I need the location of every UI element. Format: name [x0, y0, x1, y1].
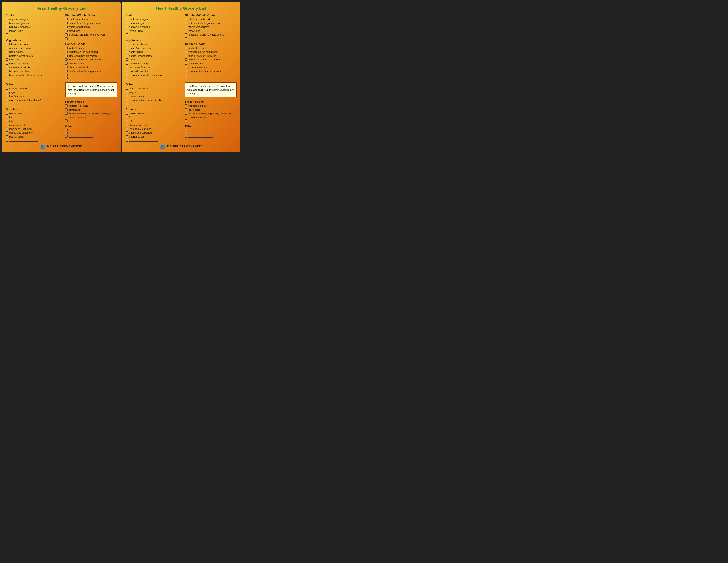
checkbox[interactable] [185, 55, 187, 57]
checkbox[interactable] [6, 139, 8, 141]
checkbox[interactable] [185, 18, 187, 20]
checkbox[interactable] [185, 135, 187, 137]
checkbox[interactable] [126, 66, 128, 68]
checkbox[interactable] [126, 99, 128, 101]
checkbox[interactable] [126, 78, 128, 80]
checkbox[interactable] [185, 77, 187, 79]
checkbox[interactable] [185, 66, 187, 68]
checkbox[interactable] [6, 26, 8, 28]
checkbox[interactable] [185, 70, 187, 72]
checkbox[interactable] [185, 47, 187, 49]
checkbox[interactable] [185, 58, 187, 61]
checkbox[interactable] [6, 74, 8, 76]
checkbox[interactable] [6, 87, 8, 90]
checkbox[interactable] [126, 87, 128, 90]
checkbox[interactable] [126, 91, 128, 93]
checkbox[interactable] [6, 112, 8, 115]
checkbox[interactable] [65, 119, 68, 122]
checkbox[interactable] [185, 26, 187, 28]
checkbox[interactable] [185, 129, 187, 131]
checkbox[interactable] [185, 22, 187, 24]
checkbox[interactable] [6, 124, 8, 126]
checkbox[interactable] [185, 51, 187, 53]
checkbox[interactable] [185, 74, 187, 76]
checkbox[interactable] [65, 33, 68, 36]
checkbox[interactable] [65, 70, 68, 72]
checkbox[interactable] [126, 120, 128, 122]
checkbox[interactable] [6, 51, 8, 53]
checkbox[interactable] [65, 47, 68, 49]
checkbox[interactable] [6, 91, 8, 93]
checkbox[interactable] [6, 116, 8, 118]
checkbox[interactable] [65, 62, 68, 65]
checkbox[interactable] [185, 119, 187, 122]
checkbox[interactable] [65, 129, 68, 131]
checkbox[interactable] [6, 131, 8, 134]
checkbox[interactable] [6, 120, 8, 122]
checkbox[interactable] [65, 74, 68, 76]
checkbox[interactable] [6, 55, 8, 57]
checkbox[interactable] [126, 70, 128, 72]
checkbox[interactable] [185, 33, 187, 36]
checkbox[interactable] [126, 124, 128, 126]
checkbox[interactable] [65, 37, 68, 40]
checkbox[interactable] [6, 135, 8, 138]
checkbox[interactable] [185, 37, 187, 40]
checkbox[interactable] [126, 95, 128, 97]
checkbox[interactable] [126, 135, 128, 138]
checkbox[interactable] [6, 18, 8, 20]
checkbox[interactable] [65, 55, 68, 57]
checkbox[interactable] [126, 139, 128, 141]
checkbox[interactable] [65, 58, 68, 61]
checkbox[interactable] [6, 78, 8, 80]
checkbox[interactable] [65, 104, 68, 107]
checkbox[interactable] [126, 43, 128, 45]
checkbox[interactable] [6, 62, 8, 65]
checkbox[interactable] [65, 26, 68, 28]
checkbox[interactable] [65, 135, 68, 137]
checkbox[interactable] [6, 66, 8, 68]
checkbox[interactable] [126, 74, 128, 76]
checkbox[interactable] [126, 22, 128, 24]
checkbox[interactable] [126, 62, 128, 65]
checkbox[interactable] [126, 18, 128, 20]
checkbox[interactable] [6, 22, 8, 24]
checkbox[interactable] [6, 58, 8, 61]
checkbox[interactable] [185, 108, 187, 111]
checkbox[interactable] [126, 51, 128, 53]
checkbox[interactable] [6, 103, 8, 105]
checkbox[interactable] [126, 26, 128, 28]
checkbox[interactable] [6, 99, 8, 101]
checkbox[interactable] [65, 77, 68, 79]
checkbox[interactable] [185, 30, 187, 32]
checkbox[interactable] [65, 18, 68, 20]
checkbox[interactable] [185, 112, 187, 115]
checkbox[interactable] [65, 51, 68, 53]
checkbox[interactable] [126, 103, 128, 105]
checkbox[interactable] [6, 30, 8, 32]
checkbox[interactable] [126, 55, 128, 57]
checkbox[interactable] [65, 66, 68, 68]
checkbox[interactable] [6, 95, 8, 97]
checkbox[interactable] [65, 132, 68, 134]
checkbox[interactable] [65, 108, 68, 111]
checkbox[interactable] [126, 116, 128, 118]
checkbox[interactable] [6, 128, 8, 130]
checkbox[interactable] [185, 132, 187, 134]
checkbox[interactable] [6, 47, 8, 49]
checkbox[interactable] [6, 43, 8, 45]
checkbox[interactable] [126, 33, 128, 36]
checkbox[interactable] [6, 70, 8, 72]
checkbox[interactable] [126, 112, 128, 115]
checkbox[interactable] [126, 128, 128, 130]
checkbox[interactable] [65, 22, 68, 24]
checkbox[interactable] [6, 33, 8, 36]
checkbox[interactable] [65, 30, 68, 32]
checkbox[interactable] [185, 62, 187, 65]
checkbox[interactable] [185, 104, 187, 107]
checkbox[interactable] [65, 112, 68, 115]
checkbox[interactable] [126, 131, 128, 134]
checkbox[interactable] [126, 47, 128, 49]
checkbox[interactable] [126, 58, 128, 61]
checkbox[interactable] [126, 30, 128, 32]
